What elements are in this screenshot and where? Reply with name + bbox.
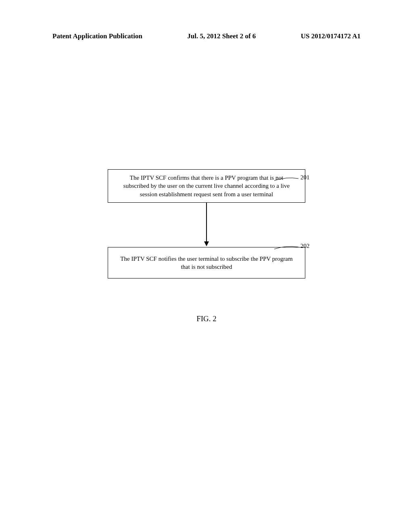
flow-arrow bbox=[206, 203, 207, 247]
figure-label: FIG. 2 bbox=[0, 314, 413, 323]
header-center: Jul. 5, 2012 Sheet 2 of 6 bbox=[187, 32, 256, 40]
callout-label-202: 202 bbox=[300, 243, 310, 249]
arrow-head-icon bbox=[204, 241, 209, 246]
flowchart-diagram: The IPTV SCF confirms that there is a PP… bbox=[0, 169, 413, 278]
header-right: US 2012/0174172 A1 bbox=[301, 32, 361, 40]
header-left: Patent Application Publication bbox=[52, 32, 142, 40]
box-201-text: The IPTV SCF confirms that there is a PP… bbox=[123, 175, 290, 197]
callout-curve-201 bbox=[274, 177, 319, 189]
page-header: Patent Application Publication Jul. 5, 2… bbox=[0, 32, 413, 40]
box-202-text: The IPTV SCF notifies the user terminal … bbox=[120, 256, 292, 270]
callout-curve-202 bbox=[274, 245, 319, 257]
callout-label-201: 201 bbox=[300, 174, 310, 181]
arrow-line bbox=[206, 203, 207, 243]
